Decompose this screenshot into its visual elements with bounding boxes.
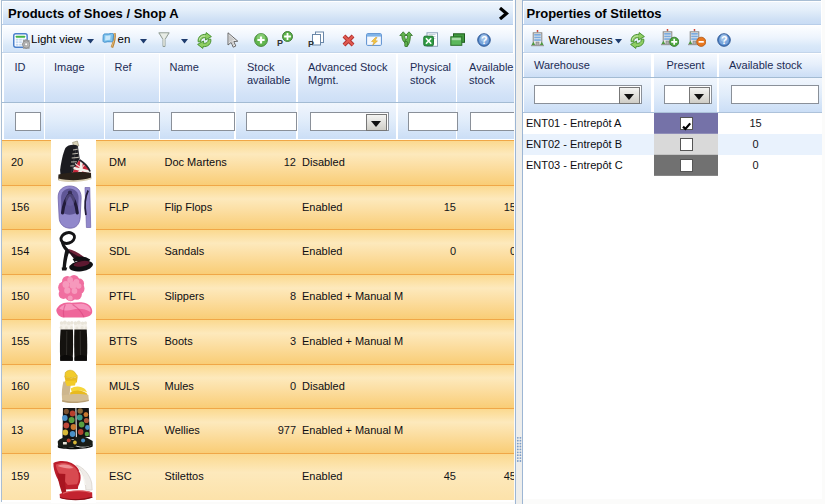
svg-text:P: P — [277, 38, 283, 47]
svg-text:?: ? — [480, 34, 486, 46]
svg-text:P: P — [308, 39, 314, 48]
svg-text:?: ? — [720, 34, 726, 46]
